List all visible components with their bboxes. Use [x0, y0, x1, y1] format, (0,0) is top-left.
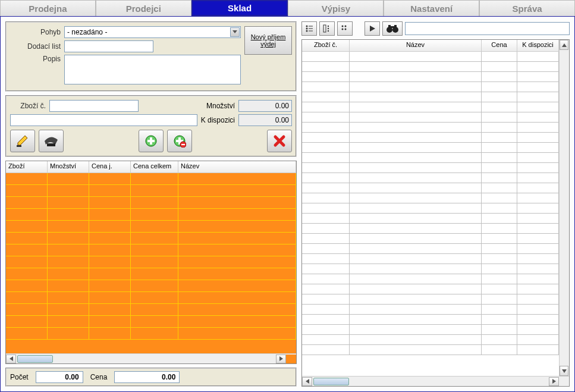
tab-sklad[interactable]: Sklad	[191, 0, 288, 16]
novy-prijem-vydej-button[interactable]: Nový příjem výdej	[244, 26, 292, 55]
dodaci-list-input[interactable]	[64, 40, 153, 52]
barcode-scanner-icon	[43, 135, 59, 147]
scroll-right-icon[interactable]	[549, 377, 559, 386]
svg-rect-34	[394, 25, 397, 29]
mnozstvi-label: Množství	[206, 102, 235, 110]
item-entry-panel: Zboží č. Množství K dispozici	[5, 95, 297, 157]
scroll-left-icon[interactable]	[302, 377, 312, 386]
novy-btn-line2: výdej	[260, 40, 276, 48]
edit-button[interactable]	[10, 130, 35, 152]
add-icon	[144, 134, 158, 148]
list-view-2-button[interactable]	[319, 21, 335, 36]
col-zbozi[interactable]: Zboží	[6, 161, 48, 173]
svg-rect-6	[147, 140, 155, 142]
pocet-value: 0.00	[36, 371, 83, 383]
svg-rect-3	[47, 143, 55, 146]
tab-nastaveni[interactable]: Nastavení	[384, 0, 479, 16]
svg-point-23	[328, 26, 329, 27]
movement-form-panel: Pohyb Dodací list Popis	[5, 21, 297, 92]
delete-button[interactable]	[267, 130, 292, 152]
cena-label: Cena	[90, 373, 108, 381]
list-view-1-icon	[305, 24, 313, 33]
novy-btn-line1: Nový příjem	[251, 33, 286, 40]
items-grid-hscroll[interactable]	[6, 353, 296, 363]
svg-marker-15	[279, 356, 283, 361]
cena-value: 0.00	[114, 371, 180, 383]
kdispozici-label: K dispozici	[201, 116, 235, 124]
lookup-grid-vscroll[interactable]	[559, 40, 569, 376]
delete-icon	[273, 134, 286, 148]
add-cancel-icon	[173, 134, 186, 148]
lookup-grid-header: Zboží č. Název Cena K dispozici	[302, 40, 559, 52]
scanner-button[interactable]	[39, 130, 64, 152]
list-view-3-button[interactable]	[337, 21, 353, 36]
svg-point-26	[342, 26, 344, 27]
main-tabs: Prodejna Prodejci Sklad Výpisy Nastavení…	[0, 0, 575, 17]
col-nazev[interactable]: Název	[178, 161, 296, 173]
svg-marker-37	[562, 369, 567, 373]
svg-rect-22	[323, 25, 326, 32]
totals-footer: Počet 0.00 Cena 0.00	[5, 368, 297, 387]
svg-point-28	[342, 29, 344, 30]
svg-marker-39	[552, 379, 556, 384]
scroll-down-icon[interactable]	[560, 366, 568, 376]
svg-point-16	[306, 26, 308, 27]
pohyb-combo[interactable]	[64, 26, 241, 38]
pocet-label: Počet	[10, 373, 29, 381]
rcol-kdisp[interactable]: K dispozici	[517, 40, 559, 51]
list-view-3-icon	[341, 24, 349, 33]
svg-point-29	[345, 29, 347, 30]
items-grid[interactable]: Zboží Množství Cena j. Cena celkem Název	[5, 161, 297, 364]
items-grid-body[interactable]	[6, 173, 296, 353]
popis-textarea[interactable]	[64, 55, 241, 84]
add-cancel-button[interactable]	[167, 130, 192, 152]
grid-corner	[286, 355, 296, 363]
tab-prodejna[interactable]: Prodejna	[0, 0, 96, 16]
svg-marker-14	[10, 356, 13, 361]
hscroll-thumb[interactable]	[17, 355, 53, 363]
svg-marker-1	[18, 136, 27, 145]
col-cenacelkem[interactable]: Cena celkem	[131, 161, 178, 173]
list-view-1-button[interactable]	[301, 21, 317, 36]
list-view-2-icon	[323, 24, 331, 33]
svg-point-24	[328, 28, 329, 29]
svg-point-17	[306, 28, 308, 30]
tab-vypisy[interactable]: Výpisy	[288, 0, 384, 16]
col-cenaj[interactable]: Cena j.	[89, 161, 131, 173]
svg-marker-36	[562, 43, 567, 47]
svg-rect-33	[388, 25, 391, 29]
rcol-zbozic[interactable]: Zboží č.	[302, 40, 350, 51]
col-mnozstvi[interactable]: Množství	[48, 161, 89, 173]
hscroll-thumb[interactable]	[313, 378, 349, 385]
popis-label: Popis	[10, 55, 61, 63]
lookup-grid-hscroll[interactable]	[302, 376, 569, 386]
play-button[interactable]	[365, 21, 380, 36]
items-grid-header: Zboží Množství Cena j. Cena celkem Název	[6, 161, 296, 173]
play-icon	[369, 25, 376, 32]
item-description-input[interactable]	[10, 114, 197, 126]
zbozi-input[interactable]	[49, 100, 139, 112]
svg-point-18	[306, 30, 308, 32]
search-button[interactable]	[382, 21, 403, 36]
scroll-left-icon[interactable]	[6, 355, 16, 363]
add-button[interactable]	[139, 130, 164, 152]
lookup-grid-body[interactable]	[302, 52, 559, 376]
svg-rect-2	[17, 145, 21, 147]
rcol-cena[interactable]: Cena	[482, 40, 517, 51]
search-input[interactable]	[405, 22, 570, 35]
zbozi-label: Zboží č.	[10, 102, 46, 110]
rcol-nazev[interactable]: Název	[350, 40, 482, 51]
pohyb-label: Pohyb	[10, 28, 61, 36]
tab-prodejci[interactable]: Prodejci	[96, 0, 191, 16]
mnozstvi-input[interactable]	[238, 100, 292, 112]
binoculars-icon	[386, 24, 399, 33]
kdispozici-display	[238, 114, 292, 126]
scroll-right-icon[interactable]	[276, 355, 286, 363]
svg-point-27	[345, 26, 347, 27]
lookup-grid[interactable]: Zboží č. Název Cena K dispozici	[301, 39, 570, 387]
svg-point-25	[328, 30, 329, 32]
svg-marker-30	[370, 26, 375, 32]
tab-sprava[interactable]: Správa	[479, 0, 575, 16]
lookup-toolbar	[301, 21, 570, 36]
scroll-up-icon[interactable]	[560, 40, 568, 50]
